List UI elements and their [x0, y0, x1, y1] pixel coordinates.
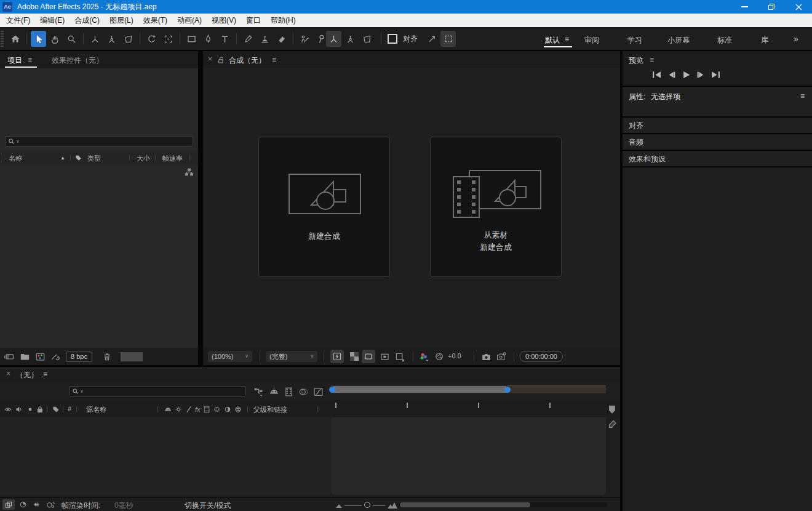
- audio-speaker-icon[interactable]: [15, 405, 23, 414]
- proxy-icon[interactable]: [50, 352, 61, 361]
- project-hscrollbar-thumb[interactable]: [121, 352, 143, 361]
- workspace-menu-icon[interactable]: ≡: [565, 35, 569, 44]
- new-comp-from-footage-card[interactable]: 从素材 新建合成: [430, 137, 562, 277]
- clone-stamp-tool[interactable]: [257, 31, 273, 47]
- dolly-camera-tool[interactable]: [121, 31, 136, 47]
- transparency-grid-icon[interactable]: [349, 352, 359, 361]
- lock-icon[interactable]: [217, 56, 225, 64]
- hand-tool[interactable]: [47, 31, 63, 47]
- project-flowchart-icon[interactable]: [185, 167, 194, 177]
- menu-composition[interactable]: 合成(C): [70, 14, 105, 27]
- menu-file[interactable]: 文件(F): [1, 14, 35, 27]
- timeline-layer-list[interactable]: [0, 417, 330, 495]
- resolution-dropdown[interactable]: (完整) ∨: [266, 351, 317, 362]
- timeline-search-input[interactable]: [85, 387, 243, 396]
- work-area-active[interactable]: [332, 385, 507, 393]
- audio-panel-header[interactable]: 音频: [623, 134, 812, 151]
- preview-panel-title[interactable]: 预览: [629, 55, 643, 66]
- menu-window[interactable]: 窗口: [241, 14, 266, 27]
- transfer-controls-toggle-icon[interactable]: [18, 500, 28, 509]
- video-eye-icon[interactable]: [4, 405, 12, 414]
- delete-trash-icon[interactable]: [102, 352, 112, 361]
- menu-layer[interactable]: 图层(L): [105, 14, 138, 27]
- column-type[interactable]: 类型: [87, 154, 101, 163]
- new-folder-icon[interactable]: [20, 352, 30, 361]
- restore-button[interactable]: [758, 0, 785, 14]
- column-parent-link[interactable]: 父级和链接: [253, 405, 287, 414]
- zoom-tool[interactable]: [64, 31, 79, 47]
- timecode-display[interactable]: 0:00:00:00: [520, 351, 563, 362]
- exposure-shutter-icon[interactable]: [434, 352, 444, 361]
- home-button[interactable]: [7, 31, 23, 47]
- properties-menu-icon[interactable]: ≡: [800, 92, 805, 100]
- new-composition-card[interactable]: 新建合成: [258, 137, 390, 277]
- toggle-switches-modes-button[interactable]: 切换开关/模式: [185, 501, 231, 511]
- timeline-title[interactable]: （无）: [16, 370, 38, 380]
- work-area-track[interactable]: [331, 385, 606, 393]
- region-of-interest-icon[interactable]: [380, 352, 390, 362]
- selection-tool[interactable]: [31, 31, 46, 47]
- orbit-camera-tool[interactable]: [87, 31, 103, 47]
- work-area-end-handle[interactable]: [504, 387, 511, 393]
- workspace-tab-small-screen[interactable]: 小屏幕: [667, 35, 690, 46]
- sort-ascending-icon[interactable]: ▲: [60, 155, 65, 161]
- roto-brush-tool[interactable]: [297, 31, 312, 47]
- workspace-tab-standard[interactable]: 标准: [717, 35, 732, 46]
- shy-switch-icon[interactable]: [164, 405, 172, 414]
- label-tag-icon[interactable]: [52, 405, 60, 414]
- timeline-close-icon[interactable]: ×: [6, 369, 10, 378]
- guides-crop-icon[interactable]: [394, 352, 405, 362]
- interpret-footage-icon[interactable]: [4, 352, 15, 361]
- frame-blend-switch-icon[interactable]: [202, 405, 211, 414]
- eraser-tool[interactable]: [274, 31, 289, 47]
- local-axis-mode[interactable]: [326, 31, 341, 47]
- shy-layers-icon[interactable]: [269, 387, 279, 397]
- menu-help[interactable]: 帮助(H): [266, 14, 301, 27]
- zoom-slider-track-left[interactable]: [344, 505, 362, 506]
- graph-editor-icon[interactable]: [313, 387, 324, 397]
- rotation-tool[interactable]: [144, 31, 159, 47]
- column-frame-rate[interactable]: 帧速率: [162, 154, 183, 163]
- mask-visibility-toggle[interactable]: [362, 350, 375, 363]
- play-icon[interactable]: [682, 71, 691, 79]
- snap-checkbox[interactable]: [388, 34, 397, 44]
- snapshot-camera-icon[interactable]: [481, 352, 492, 361]
- close-button[interactable]: [785, 0, 812, 14]
- mask-visibility-button[interactable]: [440, 31, 456, 47]
- pan-camera-tool[interactable]: [104, 31, 119, 47]
- comp-marker-button-icon[interactable]: [607, 419, 618, 429]
- column-source-name[interactable]: 源名称: [86, 405, 106, 414]
- bit-depth-button[interactable]: 8 bpc: [66, 352, 92, 362]
- timeline-lane-area[interactable]: [331, 417, 606, 495]
- lock-column-icon[interactable]: [36, 405, 44, 414]
- last-frame-icon[interactable]: [711, 71, 720, 79]
- toolbar-grip[interactable]: [1, 31, 4, 47]
- column-name[interactable]: 名称: [9, 154, 22, 163]
- preview-panel-menu-icon[interactable]: ≡: [650, 55, 654, 64]
- comp-panel-title[interactable]: 合成（无）: [229, 55, 266, 66]
- time-ruler[interactable]: [331, 401, 606, 417]
- 3d-layer-icon[interactable]: [234, 405, 242, 414]
- magnification-dropdown[interactable]: (100%) ∨: [208, 351, 252, 362]
- project-panel-menu-icon[interactable]: ≡: [28, 55, 32, 64]
- new-composition-icon[interactable]: [35, 352, 46, 361]
- label-tag-icon[interactable]: [74, 154, 82, 162]
- timeline-hscrollbar-thumb[interactable]: [400, 502, 530, 507]
- motion-blur-icon[interactable]: [298, 387, 309, 397]
- solo-icon[interactable]: [26, 405, 34, 414]
- workspace-tab-library[interactable]: 库: [761, 35, 768, 46]
- adjustment-layer-icon[interactable]: [223, 405, 232, 414]
- menu-view[interactable]: 视图(V): [207, 14, 241, 27]
- menu-edit[interactable]: 编辑(E): [35, 14, 70, 27]
- zoom-slider-handle[interactable]: [364, 502, 370, 508]
- brush-tool[interactable]: [241, 31, 256, 47]
- menu-effect[interactable]: 效果(T): [138, 14, 172, 27]
- effects-presets-panel-header[interactable]: 效果和预设: [623, 151, 812, 167]
- next-frame-icon[interactable]: [696, 71, 706, 79]
- workspace-overflow-icon[interactable]: »: [794, 34, 798, 44]
- motion-blur-switch-icon[interactable]: [213, 405, 221, 414]
- minimize-button[interactable]: [731, 0, 758, 14]
- collapse-transformations-icon[interactable]: [174, 405, 183, 414]
- fast-preview-button[interactable]: [330, 350, 344, 363]
- menu-animation[interactable]: 动画(A): [172, 14, 207, 27]
